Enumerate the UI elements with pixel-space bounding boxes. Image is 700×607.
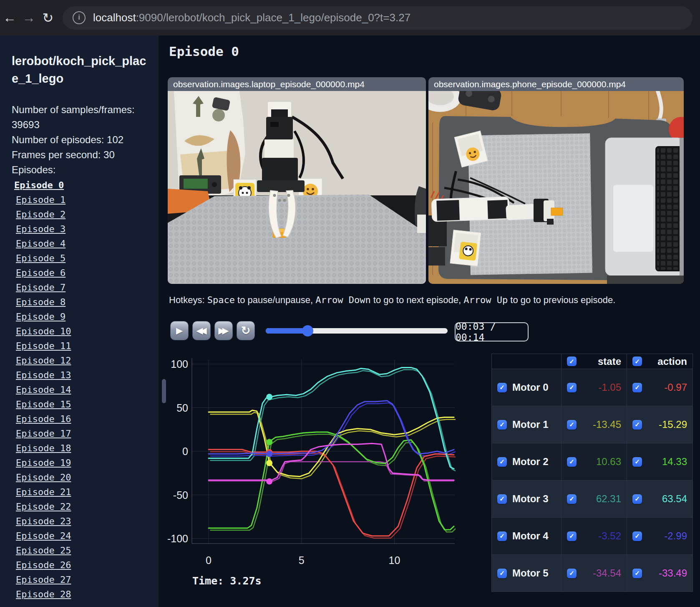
episode-link[interactable]: Episode 18: [12, 441, 149, 455]
checkbox[interactable]: ✓: [567, 420, 577, 430]
video-panel-laptop: observation.images.laptop_episode_000000…: [168, 77, 426, 284]
episode-link[interactable]: Episode 25: [12, 543, 149, 558]
hotkeys-segment: Arrow Down: [315, 295, 370, 305]
laptop-camera-video[interactable]: [168, 91, 426, 284]
hotkeys-segment: Arrow Up: [463, 295, 508, 305]
checkbox[interactable]: ✓: [497, 420, 507, 430]
episode-link[interactable]: Episode 2: [12, 207, 149, 222]
checkbox[interactable]: ✓: [632, 383, 642, 392]
episode-list: Episode 0Episode 1Episode 2Episode 3Epis…: [12, 178, 149, 602]
episode-link[interactable]: Episode 14: [12, 382, 149, 397]
motor-state-value: -1.05: [598, 382, 621, 393]
scrollbar-thumb[interactable]: [162, 379, 166, 403]
stat-fps: Frames per second: 30: [12, 147, 149, 162]
motor-table: ✓state✓action✓Motor 0✓-1.05✓-0.97✓Motor …: [491, 354, 693, 592]
svg-text:50: 50: [176, 402, 188, 414]
episode-link[interactable]: Episode 22: [12, 499, 149, 514]
current-time-label: Time: 3.27s: [192, 575, 262, 587]
checkbox[interactable]: ✓: [497, 383, 507, 392]
episode-link[interactable]: Episode 27: [12, 572, 149, 587]
phone-camera-video[interactable]: [428, 91, 684, 284]
motor-name: Motor 2: [512, 456, 549, 468]
sidebar: lerobot/koch_pick_place_1_lego Number of…: [0, 35, 159, 607]
episode-link[interactable]: Episode 21: [12, 485, 149, 499]
motor-action-cell: ✓-2.99: [627, 518, 693, 555]
episode-link[interactable]: Episode 23: [12, 514, 149, 529]
back-icon[interactable]: ←: [0, 10, 19, 25]
episode-link[interactable]: Episode 4: [12, 236, 149, 251]
checkbox[interactable]: ✓: [632, 531, 642, 541]
checkbox[interactable]: ✓: [567, 457, 577, 467]
checkbox[interactable]: ✓: [497, 457, 507, 467]
checkbox[interactable]: ✓: [632, 457, 642, 467]
motor-action-value: -33.49: [659, 567, 687, 579]
motor-name: Motor 4: [512, 530, 549, 542]
episode-link[interactable]: Episode 13: [12, 368, 149, 382]
episode-link[interactable]: Episode 8: [12, 295, 149, 309]
checkbox[interactable]: ✓: [567, 357, 577, 366]
site-info-icon[interactable]: i: [73, 11, 86, 24]
motor-action-cell: ✓14.33: [627, 443, 693, 481]
episode-link[interactable]: Episode 28: [12, 587, 149, 602]
checkbox[interactable]: ✓: [567, 494, 577, 504]
motor-action-value: -0.97: [664, 382, 687, 393]
motor-state-cell: ✓-3.52: [562, 518, 627, 555]
motor-row-label: ✓Motor 4: [492, 518, 562, 555]
episode-link[interactable]: Episode 16: [12, 412, 149, 426]
seek-slider[interactable]: [266, 328, 448, 334]
motor-name: Motor 1: [512, 419, 549, 430]
episode-link[interactable]: Episode 19: [12, 455, 149, 470]
table-corner-cell: [492, 354, 562, 369]
column-label: state: [598, 356, 621, 367]
checkbox[interactable]: ✓: [567, 569, 577, 578]
checkbox[interactable]: ✓: [497, 494, 507, 504]
checkbox[interactable]: ✓: [632, 494, 642, 504]
checkbox[interactable]: ✓: [632, 357, 642, 366]
motor-state-value: -34.54: [593, 567, 621, 579]
svg-text:0: 0: [206, 554, 212, 566]
episode-link[interactable]: Episode 15: [12, 397, 149, 412]
motor-state-cell: ✓10.63: [562, 443, 627, 481]
hotkeys-segment: to go to next episode,: [371, 295, 464, 305]
episode-link[interactable]: Episode 20: [12, 470, 149, 485]
url-text[interactable]: localhost:9090/lerobot/koch_pick_place_1…: [93, 11, 410, 24]
episode-link[interactable]: Episode 6: [12, 266, 149, 280]
episode-link[interactable]: Episode 7: [12, 280, 149, 295]
episode-link[interactable]: Episode 26: [12, 558, 149, 572]
hotkeys-segment: Hotkeys:: [169, 295, 207, 305]
episode-link[interactable]: Episode 17: [12, 426, 149, 441]
reload-icon[interactable]: ↻: [38, 10, 58, 26]
column-label: action: [657, 356, 687, 367]
checkbox[interactable]: ✓: [497, 569, 507, 578]
forward-icon[interactable]: →: [19, 10, 38, 25]
hotkeys-segment: to pause/unpause,: [235, 295, 315, 305]
motor-name: Motor 0: [512, 382, 549, 393]
address-bar[interactable]: i localhost:9090/lerobot/koch_pick_place…: [63, 6, 692, 30]
motor-action-value: -2.99: [664, 530, 687, 542]
checkbox[interactable]: ✓: [497, 531, 507, 541]
stat-samples: Number of samples/frames: 39693: [12, 102, 149, 132]
motor-state-cell: ✓-1.05: [562, 369, 627, 406]
motor-state-cell: ✓62.31: [562, 481, 627, 518]
episode-link[interactable]: Episode 3: [12, 222, 149, 236]
svg-text:0: 0: [182, 445, 188, 457]
episode-link[interactable]: Episode 9: [12, 309, 149, 324]
episode-link[interactable]: Episode 24: [12, 529, 149, 543]
episode-link[interactable]: Episode 1: [12, 192, 149, 207]
episode-link[interactable]: Episode 12: [12, 353, 149, 368]
checkbox[interactable]: ✓: [567, 531, 577, 541]
motor-action-value: 63.54: [662, 493, 687, 505]
episode-link[interactable]: Episode 11: [12, 339, 149, 353]
motor-action-cell: ✓63.54: [627, 481, 693, 518]
motor-timeseries-chart[interactable]: 0510100500-50-100: [159, 334, 467, 607]
checkbox[interactable]: ✓: [632, 569, 642, 578]
motor-action-value: 14.33: [662, 456, 687, 468]
episode-link[interactable]: Episode 10: [12, 324, 149, 339]
trackpad: [613, 185, 654, 252]
checkbox[interactable]: ✓: [567, 383, 577, 392]
checkbox[interactable]: ✓: [632, 420, 642, 430]
motor-row-label: ✓Motor 3: [492, 481, 562, 518]
motor-name: Motor 5: [512, 567, 549, 579]
episode-link[interactable]: Episode 5: [12, 251, 149, 266]
episode-link[interactable]: Episode 0: [12, 178, 149, 192]
